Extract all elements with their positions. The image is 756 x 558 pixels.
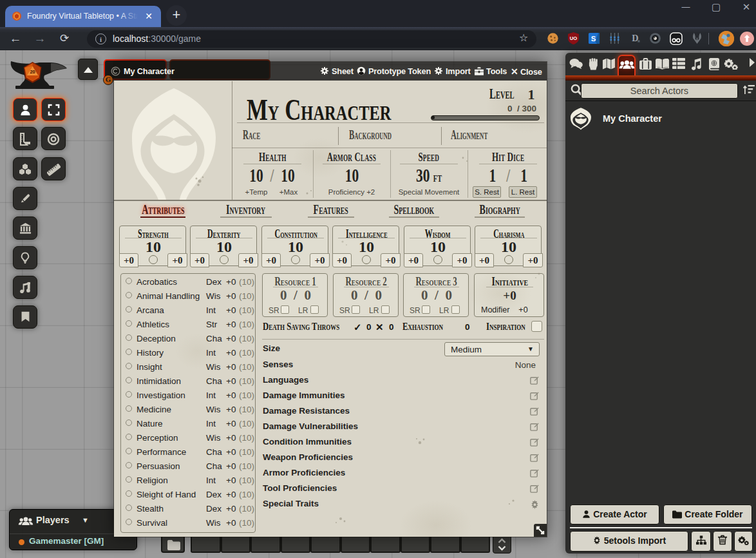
svg-text:UO: UO — [570, 35, 577, 41]
svg-text:S: S — [591, 35, 596, 43]
svg-text:D: D — [632, 33, 638, 43]
svg-text:20: 20 — [30, 69, 35, 75]
